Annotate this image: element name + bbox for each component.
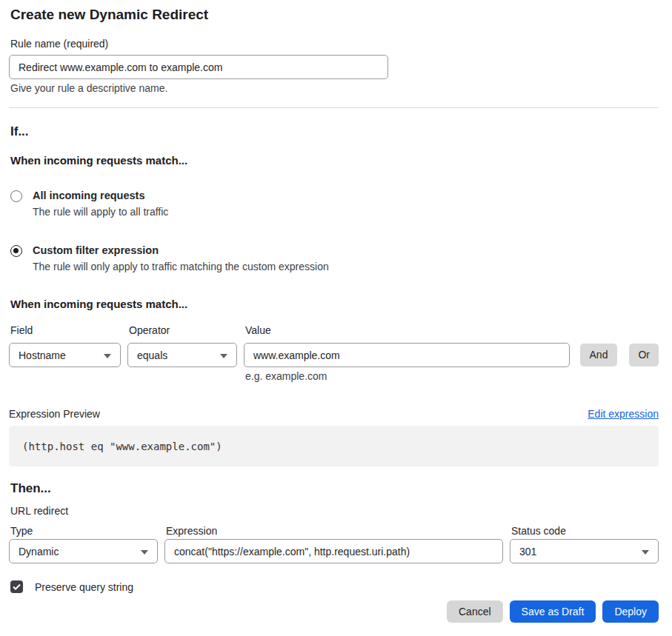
expression-preview-label: Expression Preview xyxy=(9,409,100,419)
preserve-query-label: Preserve query string xyxy=(35,581,133,593)
operator-select[interactable]: equals xyxy=(127,343,237,367)
or-button[interactable]: Or xyxy=(629,344,659,366)
save-draft-button[interactable]: Save as Draft xyxy=(510,600,596,623)
operator-label: Operator xyxy=(129,325,237,335)
status-code-select[interactable]: 301 xyxy=(510,539,659,563)
value-label: Value xyxy=(245,325,570,335)
radio-option-all-requests[interactable]: All incoming requests The rule will appl… xyxy=(10,190,659,217)
check-icon xyxy=(13,583,21,590)
expression-input[interactable] xyxy=(164,539,503,563)
value-input[interactable] xyxy=(244,343,570,367)
match-heading: When incoming requests match... xyxy=(10,155,659,167)
form-actions: Cancel Save as Draft Deploy xyxy=(9,600,659,623)
radio-all-requests[interactable] xyxy=(10,190,22,202)
cancel-button[interactable]: Cancel xyxy=(447,600,503,623)
status-code-label: Status code xyxy=(511,526,659,536)
rule-name-label: Rule name (required) xyxy=(10,39,659,49)
chevron-down-icon xyxy=(104,354,111,358)
filter-row: Field Hostname Operator equals Value e.g… xyxy=(9,325,659,381)
filter-heading: When incoming requests match... xyxy=(10,298,659,310)
radio-all-requests-desc: The rule will apply to all traffic xyxy=(33,207,168,217)
chevron-down-icon xyxy=(642,550,649,555)
type-label: Type xyxy=(10,526,158,536)
then-heading: Then... xyxy=(10,481,659,496)
preserve-query-checkbox[interactable] xyxy=(10,580,23,593)
field-select[interactable]: Hostname xyxy=(9,343,121,367)
redirect-config-row: Type Dynamic Expression Status code 301 xyxy=(9,526,659,563)
page-title: Create new Dynamic Redirect xyxy=(10,7,659,22)
radio-option-custom-filter[interactable]: Custom filter expression The rule will o… xyxy=(10,245,659,272)
rule-name-helper: Give your rule a descriptive name. xyxy=(10,83,659,93)
radio-custom-filter-label: Custom filter expression xyxy=(33,245,329,256)
expression-preview-code: (http.host eq "www.example.com") xyxy=(9,426,659,466)
if-heading: If... xyxy=(10,124,659,139)
expression-label: Expression xyxy=(166,526,503,536)
radio-all-requests-label: All incoming requests xyxy=(33,190,168,201)
section-divider xyxy=(9,107,659,108)
url-redirect-label: URL redirect xyxy=(10,506,659,516)
and-button[interactable]: And xyxy=(580,344,618,366)
radio-custom-filter-desc: The rule will only apply to traffic matc… xyxy=(33,261,329,272)
rule-name-input[interactable] xyxy=(9,55,388,79)
deploy-button[interactable]: Deploy xyxy=(602,600,659,623)
radio-custom-filter[interactable] xyxy=(10,245,22,257)
create-redirect-form: Create new Dynamic Redirect Rule name (r… xyxy=(0,0,672,623)
chevron-down-icon xyxy=(220,354,227,358)
chevron-down-icon xyxy=(141,550,148,555)
preserve-query-row[interactable]: Preserve query string xyxy=(10,580,659,593)
field-label: Field xyxy=(10,325,121,335)
value-helper: e.g. example.com xyxy=(245,371,570,381)
edit-expression-link[interactable]: Edit expression xyxy=(588,409,659,419)
type-select[interactable]: Dynamic xyxy=(9,539,158,563)
